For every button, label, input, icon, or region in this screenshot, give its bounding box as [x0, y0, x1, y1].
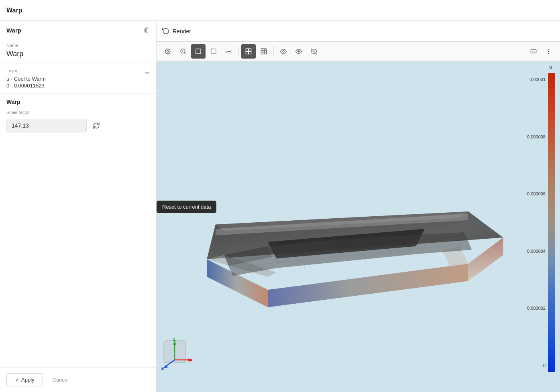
toolbar-btn-eye-hide[interactable] [307, 44, 321, 59]
apply-checkmark: ✓ [15, 377, 19, 383]
layer-line2: 0 - 0.000011823 [6, 83, 46, 89]
color-bar-label-1: 0.000008 [527, 134, 546, 139]
render-header: Render [157, 21, 560, 42]
svg-point-17 [283, 51, 284, 52]
color-bar-label-4: 0.000002 [527, 306, 546, 311]
svg-rect-11 [249, 51, 251, 54]
svg-rect-6 [196, 49, 201, 54]
scale-factor-input[interactable] [6, 119, 87, 132]
spacer [0, 137, 156, 367]
toolbar-btn-keyboard[interactable] [526, 44, 541, 59]
svg-point-23 [548, 51, 549, 51]
toolbar-btn-eye-right[interactable] [291, 44, 306, 59]
toolbar-btn-3d-grid[interactable] [241, 44, 256, 59]
toolbar-btn-eye-left[interactable] [276, 44, 291, 59]
layer-field-group: Layer u - Cool to Warm 0 - 0.000011823 ✏ [0, 63, 156, 93]
toolbar-sep-2 [273, 47, 274, 56]
title-bar: Warp [0, 0, 560, 21]
mesh-svg [181, 93, 512, 356]
svg-point-58 [190, 359, 192, 361]
toolbar-btn-rectangle[interactable] [191, 44, 206, 59]
scale-label: Scale factor [6, 110, 150, 117]
color-bar-label-3: 0.000004 [527, 249, 546, 254]
right-viewport: Render [157, 21, 560, 392]
svg-rect-12 [261, 49, 266, 54]
name-field-group: Name Warp [0, 38, 156, 63]
color-bar-container: 0.000010.0000080.0000060.0000040.0000020… [520, 61, 560, 392]
svg-rect-8 [246, 49, 248, 51]
toolbar-btn-2d-grid[interactable] [257, 44, 271, 59]
color-bar-label-0: 0.00001 [529, 77, 546, 82]
reset-to-current-button[interactable] [90, 119, 103, 132]
delete-icon[interactable]: 🗑 [143, 26, 150, 34]
svg-point-1 [167, 51, 169, 52]
svg-point-22 [548, 49, 549, 49]
action-area: ✓ Apply Cancel [0, 367, 156, 392]
svg-rect-10 [246, 51, 248, 54]
svg-line-3 [184, 53, 185, 54]
layer-label: Layer [6, 68, 46, 73]
color-bar-label-5: 0 [543, 363, 546, 368]
color-bar-title: u [549, 64, 552, 70]
render-title: Render [173, 28, 191, 35]
toolbar-sep-1 [238, 47, 239, 56]
axis-svg: x y z [161, 336, 197, 372]
toolbar-btn-dashed-rect[interactable] [206, 44, 221, 59]
svg-marker-27 [468, 238, 503, 281]
panel-header: Warp 🗑 [0, 21, 156, 38]
toolbar-btn-spline[interactable] [222, 44, 236, 59]
color-bar-labels: 0.000010.0000080.0000060.0000040.0000020 [520, 61, 548, 392]
svg-rect-21 [531, 50, 536, 53]
scale-input-wrapper: Scale factor [0, 108, 156, 137]
viewport-canvas[interactable]: Reset to current data 0.000010.0000080.0… [157, 61, 560, 392]
layer-line1: u - Cool to Warm [6, 76, 46, 82]
main-layout: Warp 🗑 Name Warp Layer u - Cool to Warm … [0, 21, 560, 392]
page-title: Warp [6, 7, 22, 14]
svg-point-60 [162, 368, 164, 370]
toolbar-right [526, 44, 556, 59]
left-panel: Warp 🗑 Name Warp Layer u - Cool to Warm … [0, 21, 157, 392]
edit-layer-icon[interactable]: ✏ [145, 70, 150, 76]
panel-title: Warp [6, 27, 21, 34]
svg-point-59 [174, 340, 176, 342]
render-icon [162, 27, 169, 36]
toolbar [157, 42, 560, 61]
apply-button[interactable]: ✓ Apply [6, 373, 43, 386]
svg-point-0 [165, 49, 170, 54]
name-label: Name [6, 43, 150, 48]
toolbar-btn-select-surface[interactable] [161, 44, 175, 59]
toolbar-btn-more[interactable] [542, 44, 556, 59]
name-value: Warp [6, 50, 150, 58]
layer-info: Layer u - Cool to Warm 0 - 0.000011823 [6, 68, 46, 89]
apply-label: Apply [21, 377, 35, 383]
svg-point-19 [298, 51, 299, 51]
color-bar-gradient [548, 73, 555, 372]
color-bar-label-2: 0.000006 [527, 191, 546, 196]
svg-rect-7 [211, 49, 216, 54]
axis-widget: x y z [161, 336, 197, 372]
svg-marker-26 [268, 264, 468, 307]
svg-point-24 [548, 53, 549, 53]
warp-section-title: Warp [0, 94, 156, 108]
cancel-button[interactable]: Cancel [47, 373, 74, 386]
toolbar-btn-zoom-region[interactable] [176, 44, 190, 59]
mesh-container [181, 93, 512, 356]
scale-input-row [6, 119, 150, 132]
svg-rect-9 [249, 49, 251, 51]
